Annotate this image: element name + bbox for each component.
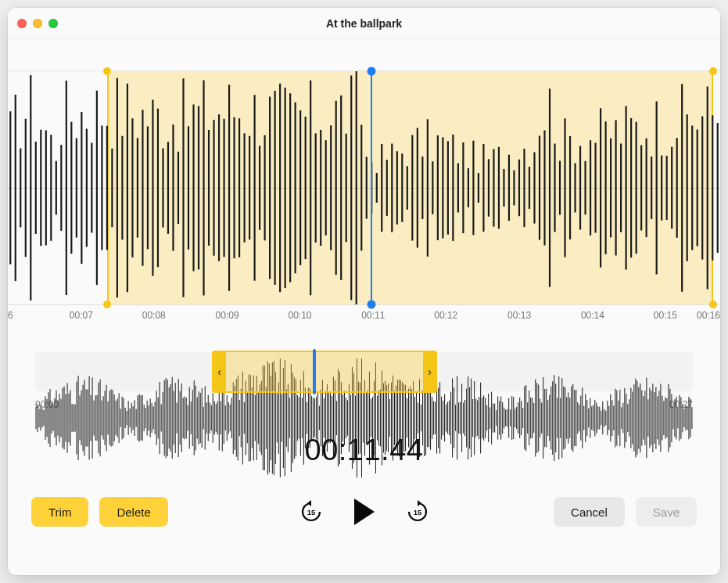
app-window: At the ballpark 600:0700:0800:0900:1000:… — [8, 8, 720, 575]
time-tick: 00:10 — [288, 310, 311, 321]
time-tick: 00:12 — [434, 310, 457, 321]
skip-forward-15-button[interactable]: 15 — [403, 498, 432, 526]
save-button: Save — [636, 497, 697, 527]
svg-marker-563 — [418, 500, 421, 506]
skip-back-icon: 15 — [299, 500, 323, 524]
play-button[interactable] — [350, 498, 378, 526]
window-title: At the ballpark — [8, 17, 720, 30]
time-tick: 00:08 — [142, 310, 166, 321]
svg-marker-560 — [307, 500, 311, 506]
svg-marker-562 — [354, 498, 375, 525]
time-tick: 00:11 — [361, 310, 385, 321]
svg-text:15: 15 — [413, 508, 421, 516]
time-tick: 00:09 — [216, 310, 239, 321]
time-tick: 00:15 — [654, 310, 677, 321]
svg-text:15: 15 — [307, 508, 315, 516]
overview-waveform[interactable]: ‹ › — [35, 352, 693, 391]
time-tick: 00:14 — [581, 310, 604, 321]
play-icon — [353, 498, 376, 525]
overview-selection[interactable] — [219, 351, 429, 393]
minimize-window-button[interactable] — [33, 19, 42, 28]
time-tick: 00:16 — [697, 310, 720, 321]
waveform-graphic — [8, 71, 720, 304]
overview-playhead[interactable] — [313, 349, 316, 394]
titlebar: At the ballpark — [8, 8, 720, 39]
main-waveform[interactable] — [8, 70, 720, 305]
time-ruler: 600:0700:0800:0900:1000:1100:1200:1300:1… — [8, 305, 720, 329]
playhead[interactable] — [371, 71, 372, 304]
zoom-window-button[interactable] — [48, 19, 58, 28]
overview-handle-left[interactable]: ‹ — [212, 351, 226, 393]
controls-bar: Trim Delete 15 — [8, 497, 720, 527]
skip-forward-icon: 15 — [406, 500, 429, 524]
time-tick: 00:13 — [507, 310, 531, 321]
trim-button[interactable]: Trim — [31, 497, 88, 527]
cancel-button[interactable]: Cancel — [554, 497, 625, 527]
skip-back-15-button[interactable]: 15 — [297, 498, 325, 526]
delete-button[interactable]: Delete — [99, 497, 167, 527]
time-tick: 00:07 — [70, 310, 93, 321]
window-controls — [17, 19, 58, 28]
close-window-button[interactable] — [17, 19, 27, 28]
time-tick: 6 — [8, 310, 13, 321]
overview-handle-right[interactable]: › — [423, 351, 437, 393]
